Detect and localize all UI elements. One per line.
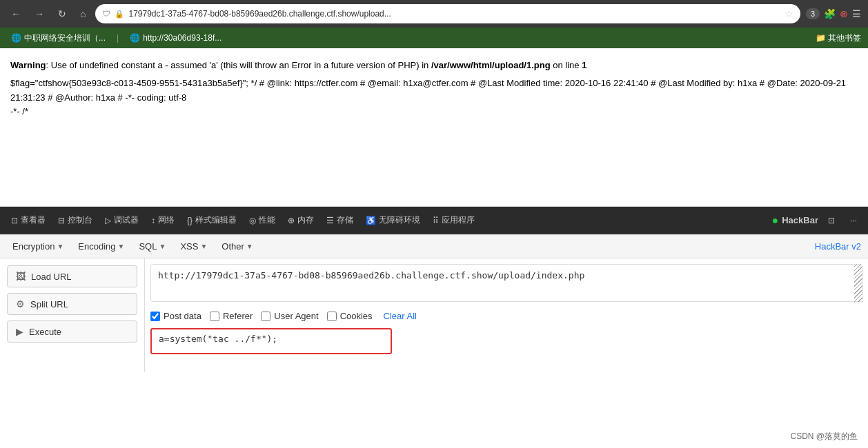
address-bar[interactable]: 🛡 🔒 17979dc1-37a5-4767-bd08-b85969aed26b… xyxy=(95,4,800,23)
memory-icon: ⊕ xyxy=(288,216,295,225)
devtool-memory-button[interactable]: ⊕ 内存 xyxy=(282,212,319,229)
encryption-menu[interactable]: Encryption ▼ xyxy=(7,238,69,254)
lock-icon: 🔒 xyxy=(115,10,124,19)
bookmark-icon-1: 🌐 xyxy=(11,33,21,43)
split-url-label: Split URL xyxy=(30,299,68,309)
execute-button[interactable]: ▶ Execute xyxy=(7,320,137,343)
memory-label: 内存 xyxy=(297,214,314,226)
sql-arrow-icon: ▼ xyxy=(159,243,166,250)
bookmark-item-1[interactable]: 🌐 中职网络安全培训（... xyxy=(7,31,110,45)
devtool-style-editor-button[interactable]: {} 样式编辑器 xyxy=(181,212,242,229)
style-editor-label: 样式编辑器 xyxy=(195,214,237,226)
devtool-storage-button[interactable]: ☰ 存储 xyxy=(321,212,359,229)
encoding-menu[interactable]: Encoding ▼ xyxy=(72,238,130,254)
encryption-arrow-icon: ▼ xyxy=(57,243,63,250)
xss-label: XSS xyxy=(180,241,198,252)
load-url-button[interactable]: 🖼 Load URL xyxy=(7,265,137,287)
bookmark-folder-icon: 📁 xyxy=(816,33,826,43)
devtools-undock-button[interactable]: ⊡ xyxy=(822,213,840,228)
warning-text-content: : Use of undefined constant a - assumed … xyxy=(46,60,431,70)
devtools-more-button[interactable]: ··· xyxy=(845,213,862,228)
warning-file-path: /var/www/html/upload/1.png xyxy=(431,60,551,70)
post-data-checkbox-label[interactable]: Post data xyxy=(150,311,201,321)
contribute-link[interactable]: HackBar v2 xyxy=(815,241,861,252)
bookmark-star-button[interactable]: ☆ xyxy=(785,8,793,19)
referer-label: Referer xyxy=(223,311,253,321)
other-bookmarks[interactable]: 📁 其他书签 xyxy=(816,32,861,44)
bookmark-label-2: http://30a06d93-18f... xyxy=(143,33,221,43)
flag-line-2: -*- /* xyxy=(10,105,858,119)
devtool-console-button[interactable]: ⊟ 控制台 xyxy=(52,212,98,229)
application-icon: ⠿ xyxy=(433,216,439,225)
bookmark-bar: 🌐 中职网络安全培训（... | 🌐 http://30a06d93-18f..… xyxy=(0,28,868,48)
warning-line-text: on line xyxy=(551,60,582,70)
hackbar-label: ● HackBar xyxy=(772,214,818,227)
watermark: CSDN @落莫的鱼 xyxy=(790,431,858,442)
cookies-checkbox-label[interactable]: Cookies xyxy=(327,311,373,321)
console-icon: ⊟ xyxy=(58,216,65,225)
network-label: 网络 xyxy=(158,214,175,226)
other-menu[interactable]: Other ▼ xyxy=(216,238,258,254)
other-label: Other xyxy=(221,241,244,252)
hackbar-body: 🖼 Load URL ⚙ Split URL ▶ Execute http://… xyxy=(0,258,868,372)
refresh-button[interactable]: ↻ xyxy=(54,6,70,22)
load-url-icon: 🖼 xyxy=(16,271,26,282)
post-data-label: Post data xyxy=(164,311,201,321)
cookies-checkbox[interactable] xyxy=(327,312,337,321)
split-url-icon: ⚙ xyxy=(16,298,25,309)
storage-label: 存储 xyxy=(337,214,353,226)
devtool-debugger-button[interactable]: ▷ 调试器 xyxy=(99,212,144,229)
page-content: Warning: Use of undefined constant a - a… xyxy=(0,48,868,207)
devtool-performance-button[interactable]: ◎ 性能 xyxy=(244,212,281,229)
post-data-input[interactable]: a=system("tac ../f*"); xyxy=(150,328,392,354)
address-text: 17979dc1-37a5-4767-bd08-b85969aed26b.cha… xyxy=(128,9,780,19)
browser-action-buttons: 3 🧩 ⊗ ☰ xyxy=(806,8,861,19)
hackbar-text: HackBar xyxy=(782,215,818,225)
badge-button[interactable]: 3 xyxy=(806,8,820,19)
application-label: 应用程序 xyxy=(442,214,475,226)
performance-icon: ◎ xyxy=(249,216,256,225)
sql-menu[interactable]: SQL ▼ xyxy=(133,238,171,254)
bookmark-icon-2: 🌐 xyxy=(130,33,140,43)
execute-label: Execute xyxy=(29,327,61,337)
url-input[interactable]: http://17979dc1-37a5-4767-bd08-b85969aed… xyxy=(150,264,862,302)
hackbar-sidebar: 🖼 Load URL ⚙ Split URL ▶ Execute xyxy=(0,258,145,372)
debugger-icon: ▷ xyxy=(105,216,111,225)
profile-button[interactable]: ⊗ xyxy=(840,8,848,19)
user-agent-checkbox[interactable] xyxy=(261,312,270,321)
accessibility-label: 无障碍环境 xyxy=(379,214,420,226)
split-url-button[interactable]: ⚙ Split URL xyxy=(7,293,137,315)
user-agent-checkbox-label[interactable]: User Agent xyxy=(261,311,318,321)
devtool-application-button[interactable]: ⠿ 应用程序 xyxy=(427,212,480,229)
xss-menu[interactable]: XSS ▼ xyxy=(175,238,213,254)
hackbar-icon: ● xyxy=(772,214,779,227)
hackbar-panel: Encryption ▼ Encoding ▼ SQL ▼ XSS ▼ Othe… xyxy=(0,234,868,372)
home-button[interactable]: ⌂ xyxy=(76,6,90,22)
console-label: 控制台 xyxy=(68,214,92,226)
forward-button[interactable]: → xyxy=(30,6,48,22)
devtool-network-button[interactable]: ↕ 网络 xyxy=(146,212,180,229)
post-data-row: a=system("tac ../f*"); xyxy=(150,328,862,354)
extensions-button[interactable]: 🧩 xyxy=(824,8,836,19)
other-bookmarks-label: 其他书签 xyxy=(828,33,861,43)
warning-bold-label: Warning xyxy=(10,60,46,70)
storage-icon: ☰ xyxy=(326,216,334,225)
encoding-label: Encoding xyxy=(78,241,115,252)
flag-output: $flag="ctfshow{503e93c8-c013-4509-9551-5… xyxy=(10,77,858,119)
bookmark-item-2[interactable]: 🌐 http://30a06d93-18f... xyxy=(126,32,226,44)
bookmark-label-1: 中职网络安全培训（... xyxy=(24,32,106,44)
style-editor-icon: {} xyxy=(187,216,193,225)
devtool-accessibility-button[interactable]: ♿ 无障碍环境 xyxy=(360,212,426,229)
back-button[interactable]: ← xyxy=(7,6,25,22)
warning-line-num: 1 xyxy=(582,60,586,70)
post-data-checkbox[interactable] xyxy=(150,312,160,321)
devtool-inspector-button[interactable]: ⊡ 查看器 xyxy=(6,212,51,229)
browser-toolbar: ← → ↻ ⌂ 🛡 🔒 17979dc1-37a5-4767-bd08-b859… xyxy=(0,0,868,28)
clear-all-button[interactable]: Clear All xyxy=(381,309,420,323)
referer-checkbox-label[interactable]: Referer xyxy=(210,311,253,321)
menu-button[interactable]: ☰ xyxy=(852,8,861,19)
hackbar-menubar: Encryption ▼ Encoding ▼ SQL ▼ XSS ▼ Othe… xyxy=(0,235,868,258)
encoding-arrow-icon: ▼ xyxy=(118,243,125,250)
url-container: http://17979dc1-37a5-4767-bd08-b85969aed… xyxy=(150,264,862,304)
referer-checkbox[interactable] xyxy=(210,312,219,321)
